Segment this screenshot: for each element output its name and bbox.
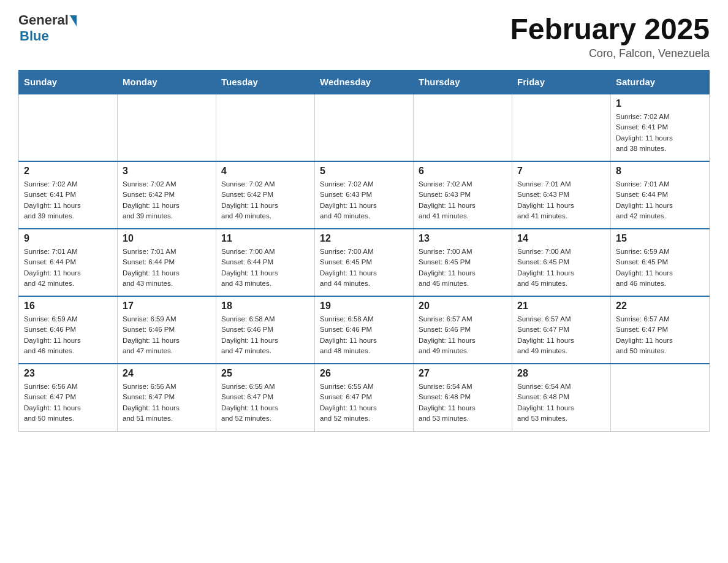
day-cell: 9Sunrise: 7:01 AM Sunset: 6:44 PM Daylig…: [19, 229, 118, 296]
day-cell: 23Sunrise: 6:56 AM Sunset: 6:47 PM Dayli…: [19, 364, 118, 431]
day-info: Sunrise: 7:00 AM Sunset: 6:45 PM Dayligh…: [517, 247, 605, 289]
day-number: 15: [616, 233, 704, 244]
day-number: 4: [221, 166, 309, 177]
day-cell: 10Sunrise: 7:01 AM Sunset: 6:44 PM Dayli…: [118, 229, 216, 296]
day-cell: 15Sunrise: 6:59 AM Sunset: 6:45 PM Dayli…: [611, 229, 710, 296]
day-info: Sunrise: 7:01 AM Sunset: 6:44 PM Dayligh…: [123, 247, 211, 289]
day-info: Sunrise: 6:55 AM Sunset: 6:47 PM Dayligh…: [320, 381, 408, 424]
day-cell: 17Sunrise: 6:59 AM Sunset: 6:46 PM Dayli…: [118, 296, 216, 364]
day-info: Sunrise: 7:02 AM Sunset: 6:41 PM Dayligh…: [616, 112, 704, 154]
calendar-body: 1Sunrise: 7:02 AM Sunset: 6:41 PM Daylig…: [19, 94, 710, 431]
day-cell: 19Sunrise: 6:58 AM Sunset: 6:46 PM Dayli…: [315, 296, 414, 364]
calendar-title: February 2025: [510, 12, 710, 46]
logo-general-text: General: [18, 12, 69, 28]
day-info: Sunrise: 6:59 AM Sunset: 6:46 PM Dayligh…: [24, 314, 112, 356]
day-number: 20: [419, 301, 507, 312]
day-info: Sunrise: 6:56 AM Sunset: 6:47 PM Dayligh…: [24, 381, 112, 424]
day-info: Sunrise: 7:01 AM Sunset: 6:44 PM Dayligh…: [616, 179, 704, 221]
day-info: Sunrise: 7:00 AM Sunset: 6:44 PM Dayligh…: [221, 247, 309, 289]
day-number: 2: [24, 166, 112, 177]
day-cell: 2Sunrise: 7:02 AM Sunset: 6:41 PM Daylig…: [19, 161, 118, 229]
days-of-week-row: SundayMondayTuesdayWednesdayThursdayFrid…: [19, 71, 710, 94]
day-info: Sunrise: 7:02 AM Sunset: 6:43 PM Dayligh…: [320, 179, 408, 221]
day-number: 25: [221, 368, 309, 379]
day-number: 10: [123, 233, 211, 244]
header-sunday: Sunday: [19, 71, 118, 94]
calendar-table: SundayMondayTuesdayWednesdayThursdayFrid…: [18, 70, 710, 432]
day-info: Sunrise: 7:01 AM Sunset: 6:43 PM Dayligh…: [517, 179, 605, 221]
day-cell: 13Sunrise: 7:00 AM Sunset: 6:45 PM Dayli…: [414, 229, 512, 296]
day-info: Sunrise: 7:00 AM Sunset: 6:45 PM Dayligh…: [419, 247, 507, 289]
day-cell: 28Sunrise: 6:54 AM Sunset: 6:48 PM Dayli…: [512, 364, 611, 431]
day-number: 16: [24, 301, 112, 312]
day-number: 9: [24, 233, 112, 244]
day-cell: 1Sunrise: 7:02 AM Sunset: 6:41 PM Daylig…: [611, 94, 710, 161]
calendar-subtitle: Coro, Falcon, Venezuela: [510, 47, 710, 60]
day-cell: [19, 94, 118, 161]
day-info: Sunrise: 6:56 AM Sunset: 6:47 PM Dayligh…: [123, 381, 211, 424]
day-number: 1: [616, 98, 704, 109]
day-cell: [512, 94, 611, 161]
day-number: 28: [517, 368, 605, 379]
day-info: Sunrise: 6:59 AM Sunset: 6:45 PM Dayligh…: [616, 247, 704, 289]
day-number: 7: [517, 166, 605, 177]
day-number: 3: [123, 166, 211, 177]
day-cell: 14Sunrise: 7:00 AM Sunset: 6:45 PM Dayli…: [512, 229, 611, 296]
calendar-header: SundayMondayTuesdayWednesdayThursdayFrid…: [19, 71, 710, 94]
day-info: Sunrise: 6:58 AM Sunset: 6:46 PM Dayligh…: [320, 314, 408, 356]
logo-blue-text: Blue: [20, 28, 49, 44]
day-cell: 26Sunrise: 6:55 AM Sunset: 6:47 PM Dayli…: [315, 364, 414, 431]
day-cell: 21Sunrise: 6:57 AM Sunset: 6:47 PM Dayli…: [512, 296, 611, 364]
day-number: 21: [517, 301, 605, 312]
day-cell: 8Sunrise: 7:01 AM Sunset: 6:44 PM Daylig…: [611, 161, 710, 229]
day-number: 18: [221, 301, 309, 312]
title-block: February 2025 Coro, Falcon, Venezuela: [510, 12, 710, 60]
logo: General Blue: [18, 12, 77, 44]
day-number: 23: [24, 368, 112, 379]
day-cell: 4Sunrise: 7:02 AM Sunset: 6:42 PM Daylig…: [216, 161, 315, 229]
day-info: Sunrise: 7:01 AM Sunset: 6:44 PM Dayligh…: [24, 247, 112, 289]
day-cell: 12Sunrise: 7:00 AM Sunset: 6:45 PM Dayli…: [315, 229, 414, 296]
day-number: 13: [419, 233, 507, 244]
day-cell: 25Sunrise: 6:55 AM Sunset: 6:47 PM Dayli…: [216, 364, 315, 431]
day-number: 27: [419, 368, 507, 379]
day-info: Sunrise: 7:00 AM Sunset: 6:45 PM Dayligh…: [320, 247, 408, 289]
day-info: Sunrise: 6:54 AM Sunset: 6:48 PM Dayligh…: [419, 381, 507, 424]
day-cell: 11Sunrise: 7:00 AM Sunset: 6:44 PM Dayli…: [216, 229, 315, 296]
day-number: 24: [123, 368, 211, 379]
day-info: Sunrise: 7:02 AM Sunset: 6:42 PM Dayligh…: [123, 179, 211, 221]
day-info: Sunrise: 7:02 AM Sunset: 6:41 PM Dayligh…: [24, 179, 112, 221]
header-thursday: Thursday: [414, 71, 512, 94]
page-header: General Blue February 2025 Coro, Falcon,…: [18, 12, 710, 60]
week-row-5: 23Sunrise: 6:56 AM Sunset: 6:47 PM Dayli…: [19, 364, 710, 431]
week-row-4: 16Sunrise: 6:59 AM Sunset: 6:46 PM Dayli…: [19, 296, 710, 364]
day-number: 6: [419, 166, 507, 177]
day-info: Sunrise: 6:54 AM Sunset: 6:48 PM Dayligh…: [517, 381, 605, 424]
day-info: Sunrise: 7:02 AM Sunset: 6:43 PM Dayligh…: [419, 179, 507, 221]
logo-arrow-icon: [70, 15, 77, 26]
day-cell: 27Sunrise: 6:54 AM Sunset: 6:48 PM Dayli…: [414, 364, 512, 431]
day-cell: 7Sunrise: 7:01 AM Sunset: 6:43 PM Daylig…: [512, 161, 611, 229]
week-row-3: 9Sunrise: 7:01 AM Sunset: 6:44 PM Daylig…: [19, 229, 710, 296]
day-cell: 24Sunrise: 6:56 AM Sunset: 6:47 PM Dayli…: [118, 364, 216, 431]
day-cell: 18Sunrise: 6:58 AM Sunset: 6:46 PM Dayli…: [216, 296, 315, 364]
day-number: 11: [221, 233, 309, 244]
day-number: 26: [320, 368, 408, 379]
day-cell: [216, 94, 315, 161]
day-cell: 20Sunrise: 6:57 AM Sunset: 6:46 PM Dayli…: [414, 296, 512, 364]
day-info: Sunrise: 6:58 AM Sunset: 6:46 PM Dayligh…: [221, 314, 309, 356]
header-friday: Friday: [512, 71, 611, 94]
header-tuesday: Tuesday: [216, 71, 315, 94]
day-number: 17: [123, 301, 211, 312]
week-row-1: 1Sunrise: 7:02 AM Sunset: 6:41 PM Daylig…: [19, 94, 710, 161]
day-number: 19: [320, 301, 408, 312]
day-cell: 5Sunrise: 7:02 AM Sunset: 6:43 PM Daylig…: [315, 161, 414, 229]
day-cell: 16Sunrise: 6:59 AM Sunset: 6:46 PM Dayli…: [19, 296, 118, 364]
header-saturday: Saturday: [611, 71, 710, 94]
day-info: Sunrise: 6:57 AM Sunset: 6:47 PM Dayligh…: [616, 314, 704, 356]
day-info: Sunrise: 6:55 AM Sunset: 6:47 PM Dayligh…: [221, 381, 309, 424]
header-monday: Monday: [118, 71, 216, 94]
day-cell: [414, 94, 512, 161]
day-number: 12: [320, 233, 408, 244]
day-cell: 3Sunrise: 7:02 AM Sunset: 6:42 PM Daylig…: [118, 161, 216, 229]
